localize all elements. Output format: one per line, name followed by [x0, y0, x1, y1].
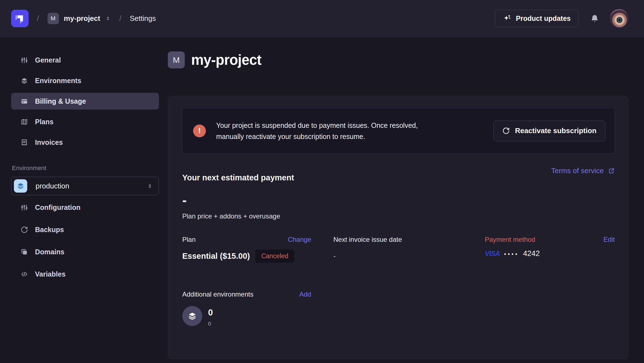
plan-column: Plan Change Essential ($15.00) Canceled — [182, 236, 311, 263]
environment-layers-icon — [14, 179, 27, 193]
payment-method-head: Payment method Edit — [485, 236, 615, 243]
environments-counts: 0 0 — [208, 306, 213, 327]
project-initial-badge-large: M — [168, 51, 185, 68]
alert-icon: ! — [193, 125, 206, 137]
alert-message: Your project is suspended due to payment… — [216, 120, 441, 142]
sidebar-item-billing-usage[interactable]: Billing & Usage — [11, 93, 159, 110]
project-initial-badge: M — [48, 13, 59, 24]
plan-value-row: Essential ($15.00) Canceled — [182, 250, 311, 263]
stacked-windows-icon — [21, 248, 28, 256]
environment-section-label: Environment — [12, 165, 159, 172]
app-root: / M my-project / Settings Product update… — [0, 0, 644, 363]
notifications-button[interactable] — [590, 14, 599, 23]
environments-subcount: 0 — [208, 321, 213, 327]
sidebar-item-label: Plans — [35, 118, 54, 126]
project-switcher-icon — [105, 16, 111, 21]
top-header: / M my-project / Settings Product update… — [0, 0, 644, 37]
product-updates-label: Product updates — [516, 14, 571, 23]
next-invoice-label: Next invoice issue date — [333, 236, 402, 243]
page-title: my-project — [191, 52, 261, 68]
environment-nav-group: Configuration Backups — [11, 199, 159, 282]
sidebar-item-invoices[interactable]: Invoices — [11, 134, 159, 151]
billing-details-row: Plan Change Essential ($15.00) Canceled … — [182, 236, 615, 263]
sidebar-item-plans[interactable]: Plans — [11, 113, 159, 130]
terms-of-service-link[interactable]: Terms of service — [551, 166, 615, 175]
user-avatar[interactable] — [610, 9, 628, 28]
sidebar-item-environments[interactable]: Environments — [11, 72, 159, 89]
code-icon — [21, 270, 28, 278]
breadcrumb-settings: Settings — [130, 14, 156, 23]
breadcrumb-separator: / — [119, 14, 121, 23]
environment-selector[interactable]: production — [11, 177, 159, 195]
sidebar-item-label: Domains — [35, 248, 64, 256]
sidebar-item-label: General — [35, 56, 61, 64]
change-plan-link[interactable]: Change — [288, 236, 311, 243]
sidebar-item-label: Backups — [35, 226, 64, 234]
suspension-alert-banner: ! Your project is suspended due to payme… — [182, 108, 615, 154]
plan-column-head: Plan Change — [182, 236, 311, 243]
next-payment-value: - — [182, 196, 615, 205]
next-payment-section-head: Terms of service Your next estimated pay… — [182, 166, 615, 182]
external-link-icon — [608, 167, 615, 174]
masked-card-digits: •••• — [504, 250, 519, 257]
credit-card-icon — [21, 98, 28, 105]
payment-method-column: Payment method Edit VISA •••• 4242 — [485, 236, 615, 263]
visa-logo: VISA — [485, 250, 500, 258]
receipt-icon — [21, 139, 28, 146]
sidebar-item-configuration[interactable]: Configuration — [11, 199, 159, 216]
next-invoice-column: Next invoice issue date - — [333, 236, 425, 263]
sidebar-item-label: Invoices — [35, 138, 63, 146]
sparkles-icon — [503, 14, 511, 23]
payment-method-value-row: VISA •••• 4242 — [485, 249, 615, 258]
page-body: General Environments — [0, 37, 644, 363]
layers-icon — [21, 77, 28, 84]
sidebar-item-backups[interactable]: Backups — [11, 221, 159, 238]
next-payment-subtitle: Plan price + addons + overusage — [182, 212, 615, 220]
reactivate-subscription-label: Reactivate subscription — [515, 126, 596, 135]
reactivate-subscription-button[interactable]: Reactivate subscription — [493, 121, 605, 141]
breadcrumb-project[interactable]: M my-project — [48, 13, 111, 24]
app-logo[interactable] — [11, 10, 29, 27]
edit-payment-method-link[interactable]: Edit — [603, 236, 615, 243]
next-invoice-value: - — [333, 252, 425, 260]
additional-environments-section: Additional environments Add 0 — [182, 290, 311, 327]
rotate-cw-icon — [21, 226, 28, 233]
plan-value: Essential ($15.00) — [182, 252, 250, 261]
plan-label: Plan — [182, 236, 196, 243]
sidebar-item-label: Variables — [35, 270, 66, 278]
sidebar-item-general[interactable]: General — [11, 52, 159, 68]
project-title-row: M my-project — [168, 51, 628, 68]
payment-method-label: Payment method — [485, 236, 535, 243]
canceled-badge: Canceled — [255, 250, 294, 263]
sidebar-item-domains[interactable]: Domains — [11, 243, 159, 260]
terms-of-service-label: Terms of service — [551, 166, 604, 175]
sidebar-item-label: Configuration — [35, 203, 81, 212]
additional-environments-label: Additional environments — [182, 290, 253, 298]
additional-environments-head: Additional environments Add — [182, 290, 311, 298]
main-content: M my-project ! Your project is suspended… — [168, 37, 644, 363]
card-last4: 4242 — [523, 249, 540, 258]
rotate-cw-icon — [502, 127, 510, 135]
sidebar-item-variables[interactable]: Variables — [11, 266, 159, 282]
sidebar-item-label: Environments — [35, 77, 81, 85]
environments-count: 0 — [208, 308, 213, 318]
sliders-icon — [21, 56, 28, 64]
breadcrumb-separator: / — [37, 14, 39, 23]
additional-environments-row: 0 0 — [182, 306, 311, 327]
breadcrumb-project-name: my-project — [64, 14, 100, 23]
layers-icon — [188, 311, 197, 321]
environments-count-icon — [182, 306, 202, 326]
bell-icon — [590, 14, 599, 23]
settings-sidebar: General Environments — [0, 37, 168, 363]
sidebar-item-label: Billing & Usage — [35, 97, 86, 105]
environment-selector-value: production — [36, 182, 147, 190]
map-icon — [21, 118, 28, 126]
next-payment-heading: Your next estimated payment — [182, 166, 615, 182]
chevron-up-down-icon — [147, 183, 153, 189]
sliders-icon — [21, 204, 28, 211]
billing-card: ! Your project is suspended due to payme… — [168, 96, 628, 359]
app-logo-icon — [11, 10, 29, 27]
product-updates-button[interactable]: Product updates — [495, 10, 578, 27]
add-environment-link[interactable]: Add — [299, 290, 311, 298]
